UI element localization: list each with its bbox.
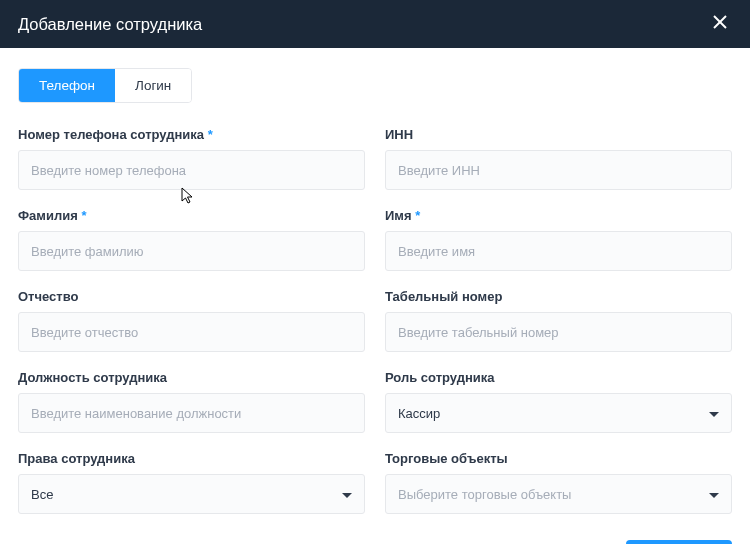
field-inn: ИНН <box>385 127 732 190</box>
close-icon <box>712 14 728 34</box>
caret-down-icon <box>709 487 719 502</box>
required-star: * <box>208 127 213 142</box>
required-star: * <box>415 208 420 223</box>
caret-down-icon <box>709 406 719 421</box>
label-position: Должность сотрудника <box>18 370 365 385</box>
input-inn[interactable] <box>385 150 732 190</box>
required-star: * <box>81 208 86 223</box>
submit-button[interactable]: Добавить <box>626 540 732 544</box>
field-tabnum: Табельный номер <box>385 289 732 352</box>
select-rights-value: Все <box>31 487 53 502</box>
field-midname: Отчество <box>18 289 365 352</box>
label-phone: Номер телефона сотрудника * <box>18 127 365 142</box>
close-button[interactable] <box>708 12 732 36</box>
label-rights: Права сотрудника <box>18 451 365 466</box>
label-lastname: Фамилия * <box>18 208 365 223</box>
input-lastname[interactable] <box>18 231 365 271</box>
select-role-value: Кассир <box>398 406 440 421</box>
select-objects[interactable]: Выберите торговые объекты <box>385 474 732 514</box>
dialog-title: Добавление сотрудника <box>18 15 202 34</box>
label-inn: ИНН <box>385 127 732 142</box>
auth-tabs: Телефон Логин <box>18 68 192 103</box>
field-rights: Права сотрудника Все <box>18 451 365 514</box>
input-midname[interactable] <box>18 312 365 352</box>
field-objects: Торговые объекты Выберите торговые объек… <box>385 451 732 514</box>
label-midname: Отчество <box>18 289 365 304</box>
field-role: Роль сотрудника Кассир <box>385 370 732 433</box>
caret-down-icon <box>342 487 352 502</box>
select-rights[interactable]: Все <box>18 474 365 514</box>
input-firstname[interactable] <box>385 231 732 271</box>
field-lastname: Фамилия * <box>18 208 365 271</box>
form-grid: Номер телефона сотрудника * ИНН Фамилия … <box>18 127 732 514</box>
tab-phone[interactable]: Телефон <box>19 69 115 102</box>
field-phone: Номер телефона сотрудника * <box>18 127 365 190</box>
input-tabnum[interactable] <box>385 312 732 352</box>
dialog-header: Добавление сотрудника <box>0 0 750 48</box>
select-role[interactable]: Кассир <box>385 393 732 433</box>
dialog-footer: Добавить <box>0 530 750 544</box>
field-firstname: Имя * <box>385 208 732 271</box>
label-objects: Торговые объекты <box>385 451 732 466</box>
tab-login[interactable]: Логин <box>115 69 191 102</box>
input-position[interactable] <box>18 393 365 433</box>
label-role: Роль сотрудника <box>385 370 732 385</box>
select-objects-placeholder: Выберите торговые объекты <box>398 487 571 502</box>
input-phone[interactable] <box>18 150 365 190</box>
label-firstname: Имя * <box>385 208 732 223</box>
field-position: Должность сотрудника <box>18 370 365 433</box>
label-tabnum: Табельный номер <box>385 289 732 304</box>
